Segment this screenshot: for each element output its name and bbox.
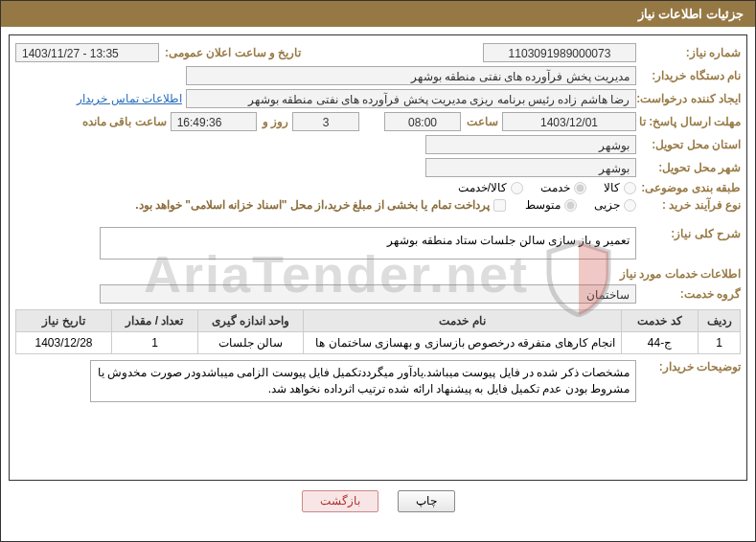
cell-code: ج-44 (622, 332, 699, 354)
radio-goods-service[interactable]: کالا/خدمت (458, 181, 523, 194)
field-days-left: 3 (292, 112, 359, 131)
label-buyer-notes: توضیحات خریدار: (640, 360, 741, 373)
print-button[interactable]: چاپ (398, 490, 455, 512)
radio-service-input[interactable] (574, 182, 586, 194)
field-service-group: ساختمان (100, 284, 636, 304)
field-deadline-date: 1403/12/01 (502, 112, 636, 131)
label-requester: ایجاد کننده درخواست: (640, 92, 741, 105)
section-services-info: اطلاعات خدمات مورد نیاز (15, 267, 741, 281)
back-button[interactable]: بازگشت (302, 490, 378, 512)
category-radio-group: کالا خدمت کالا/خدمت (458, 181, 636, 194)
label-buyer-org: نام دستگاه خریدار: (640, 69, 741, 82)
label-need-summary: شرح کلی نیاز: (640, 227, 741, 240)
field-announce-dt: 1403/11/27 - 13:35 (15, 43, 159, 62)
label-delivery-province: استان محل تحویل: (640, 138, 741, 151)
cell-name: انجام کارهای متفرقه درخصوص بازسازی و بهس… (304, 332, 622, 354)
radio-proc-small-input[interactable] (624, 199, 636, 212)
th-row: ردیف (699, 310, 741, 332)
th-date: تاریخ نیاز (16, 310, 112, 332)
field-buyer-notes: مشخصات ذکر شده در فایل پیوست میباشد.یادآ… (90, 360, 636, 402)
cell-unit: سالن جلسات (198, 332, 304, 354)
field-delivery-city: بوشهر (425, 158, 636, 177)
page-header: جزئیات اطلاعات نیاز (1, 1, 755, 27)
field-deadline-time: 08:00 (384, 112, 461, 131)
proc-type-radio-group: جزیی متوسط (525, 198, 636, 212)
services-table: ردیف کد خدمت نام خدمت واحد اندازه گیری ت… (15, 309, 741, 354)
label-category: طبقه بندی موضوعی: (640, 181, 741, 194)
cell-qty: 1 (112, 332, 198, 354)
treasury-checkbox-row: پرداخت تمام یا بخشی از مبلغ خرید،از محل … (135, 198, 506, 212)
radio-service[interactable]: خدمت (540, 181, 586, 194)
label-service-group: گروه خدمت: (640, 287, 741, 301)
treasury-checkbox[interactable] (493, 199, 506, 212)
buyer-contact-link[interactable]: اطلاعات تماس خریدار (77, 92, 182, 105)
radio-proc-small[interactable]: جزیی (594, 198, 636, 212)
table-row: 1 ج-44 انجام کارهای متفرقه درخصوص بازساز… (16, 332, 741, 354)
page-title: جزئیات اطلاعات نیاز (638, 7, 744, 21)
field-buyer-org: مدیریت پخش فرآورده های نفتی منطقه بوشهر (186, 66, 636, 85)
label-deadline: مهلت ارسال پاسخ: تا تاریخ: (640, 115, 741, 128)
field-delivery-province: بوشهر (425, 135, 636, 154)
cell-row: 1 (699, 332, 741, 354)
field-time-left: 16:49:36 (171, 112, 257, 131)
radio-goods[interactable]: کالا (604, 181, 636, 194)
radio-proc-medium-input[interactable] (564, 199, 577, 212)
treasury-note: پرداخت تمام یا بخشی از مبلغ خرید،از محل … (135, 198, 490, 212)
label-days-and: روز و (261, 115, 288, 128)
field-need-summary: تعمیر و باز سازی سالن جلسات ستاد منطقه ب… (100, 227, 636, 260)
th-code: کد خدمت (622, 310, 699, 332)
field-need-no: 1103091989000073 (483, 43, 636, 62)
label-hours-left: ساعت باقی مانده (80, 115, 167, 128)
th-name: نام خدمت (304, 310, 622, 332)
label-delivery-city: شهر محل تحویل: (640, 161, 741, 174)
th-qty: تعداد / مقدار (112, 310, 198, 332)
field-requester: رضا هاشم زاده رئیس برنامه ریزی مدیریت پخ… (186, 89, 636, 108)
radio-goods-input[interactable] (624, 182, 636, 194)
label-need-no: شماره نیاز: (640, 46, 741, 59)
details-panel: شماره نیاز: 1103091989000073 تاریخ و ساع… (9, 34, 747, 481)
cell-date: 1403/12/28 (16, 332, 112, 354)
label-proc-type: نوع فرآیند خرید : (640, 198, 741, 212)
table-header-row: ردیف کد خدمت نام خدمت واحد اندازه گیری ت… (16, 310, 741, 332)
radio-goods-service-input[interactable] (511, 182, 523, 194)
th-unit: واحد اندازه گیری (198, 310, 304, 332)
label-announce-dt: تاریخ و ساعت اعلان عمومی: (163, 46, 301, 59)
radio-proc-medium[interactable]: متوسط (525, 198, 577, 212)
label-hour: ساعت (465, 115, 498, 128)
